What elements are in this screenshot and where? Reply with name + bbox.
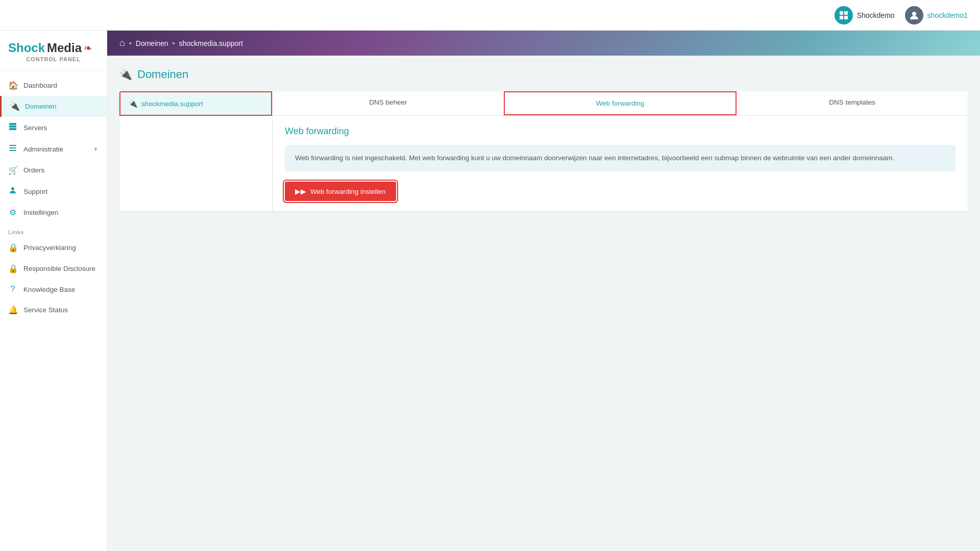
svg-rect-9 — [9, 147, 16, 148]
tab-dns-templates-label: DNS templates — [829, 98, 875, 106]
domain-list-item[interactable]: 🔌 shockmedia.support — [119, 91, 272, 116]
page-content: 🔌 Domeinen 🔌 shockmedia.support DNS b — [107, 56, 980, 551]
breadcrumb-domain: shockmedia.support — [179, 39, 243, 47]
sidebar-item-orders[interactable]: 🛒 Orders — [0, 160, 107, 181]
domain-list-panel: 🔌 shockmedia.support — [119, 91, 273, 211]
svg-point-4 — [912, 12, 916, 16]
domain-item-name: shockmedia.support — [141, 100, 203, 108]
orders-icon: 🛒 — [8, 165, 17, 175]
sidebar-item-domeinen[interactable]: 🔌 Domeinen — [0, 96, 107, 117]
svg-point-11 — [11, 187, 14, 190]
domeinen-icon: 🔌 — [10, 102, 19, 111]
sidebar-item-label: Privacyverklaring — [23, 244, 76, 252]
tab-panel: DNS beheer Web forwarding DNS templates … — [273, 91, 968, 211]
svg-rect-2 — [840, 16, 843, 19]
home-icon: 🏠 — [8, 81, 17, 90]
sidebar-item-support[interactable]: Support — [0, 181, 107, 202]
sidebar-logo: Shock Media ❧ CONTROL PANEL — [0, 31, 107, 71]
svg-rect-5 — [9, 123, 16, 125]
tab-dns-templates[interactable]: DNS templates — [737, 91, 968, 115]
tab-web-forwarding[interactable]: Web forwarding — [504, 91, 737, 115]
main-layout: Shock Media ❧ CONTROL PANEL 🏠 Dashboard … — [0, 31, 980, 551]
logo-shock: Shock — [8, 41, 45, 55]
sidebar: Shock Media ❧ CONTROL PANEL 🏠 Dashboard … — [0, 31, 107, 551]
breadcrumb-separator-2: • — [173, 39, 175, 47]
tab-content-web-forwarding: Web forwarding Web forwarding is niet in… — [273, 116, 968, 211]
sidebar-item-responsible-disclosure[interactable]: 🔒 Responsible Disclosure — [0, 258, 107, 279]
links-section-label: Links — [0, 223, 107, 237]
account-name: shockdemo1 — [927, 11, 968, 19]
svg-rect-7 — [9, 128, 16, 130]
sidebar-item-label: Orders — [23, 166, 44, 174]
sidebar-item-dashboard[interactable]: 🏠 Dashboard — [0, 75, 107, 96]
content-area: ⌂ • Domeinen • shockmedia.support 🔌 Dome… — [107, 31, 980, 551]
tabs-row: DNS beheer Web forwarding DNS templates — [273, 91, 968, 116]
instellingen-icon: ⚙ — [8, 208, 17, 217]
topbar: Shockdemo shockdemo1 — [0, 0, 980, 31]
sidebar-item-servers[interactable]: Servers — [0, 117, 107, 138]
administratie-icon — [8, 144, 17, 154]
svg-rect-6 — [9, 126, 16, 128]
btn-forwarding-label: Web forwarding instellen — [310, 188, 386, 195]
company-icon — [835, 6, 853, 24]
sidebar-item-knowledge-base[interactable]: ? Knowledge Base — [0, 279, 107, 299]
breadcrumb-home-icon[interactable]: ⌂ — [119, 38, 125, 48]
service-status-icon: 🔔 — [8, 305, 17, 315]
topbar-account[interactable]: shockdemo1 — [905, 6, 968, 24]
account-avatar-icon — [905, 6, 923, 24]
arrow-icon: ▼ — [93, 146, 99, 152]
knowledge-base-icon: ? — [8, 285, 17, 294]
page-title: Domeinen — [137, 68, 188, 81]
svg-rect-3 — [844, 16, 848, 19]
tab-dns-beheer-label: DNS beheer — [369, 98, 407, 106]
tab-dns-beheer[interactable]: DNS beheer — [273, 91, 504, 115]
topbar-company[interactable]: Shockdemo — [835, 6, 895, 24]
sidebar-item-label: Domeinen — [25, 103, 57, 110]
page-title-icon: 🔌 — [119, 68, 132, 81]
logo-icon: ❧ — [84, 42, 92, 54]
company-name: Shockdemo — [857, 11, 895, 19]
sidebar-item-label: Administratie — [23, 145, 63, 153]
sidebar-item-label: Servers — [23, 124, 47, 132]
web-forwarding-instellen-button[interactable]: ▶▶ Web forwarding instellen — [285, 182, 396, 201]
page-title-row: 🔌 Domeinen — [119, 68, 968, 81]
svg-rect-8 — [9, 145, 16, 146]
sidebar-item-service-status[interactable]: 🔔 Service Status — [0, 299, 107, 320]
web-forwarding-info-box: Web forwarding is niet ingeschakeld. Met… — [285, 145, 955, 171]
sidebar-item-privacyverklaring[interactable]: 🔒 Privacyverklaring — [0, 237, 107, 258]
svg-rect-0 — [840, 11, 843, 15]
logo-media: Media — [47, 41, 82, 55]
breadcrumb-bar: ⌂ • Domeinen • shockmedia.support — [107, 31, 980, 56]
privacy-icon: 🔒 — [8, 243, 17, 253]
sidebar-item-label: Instellingen — [23, 209, 58, 216]
sidebar-item-instellingen[interactable]: ⚙ Instellingen — [0, 202, 107, 223]
tab-web-forwarding-label: Web forwarding — [596, 99, 644, 107]
sidebar-item-label: Responsible Disclosure — [23, 265, 95, 272]
svg-rect-1 — [844, 11, 848, 15]
servers-icon — [8, 122, 17, 133]
breadcrumb-separator-1: • — [129, 39, 132, 47]
sidebar-item-label: Service Status — [23, 306, 68, 314]
topbar-user-section: Shockdemo shockdemo1 — [835, 6, 968, 24]
btn-forwarding-icon: ▶▶ — [295, 187, 306, 195]
web-forwarding-title: Web forwarding — [285, 126, 955, 137]
sidebar-item-label: Knowledge Base — [23, 286, 75, 293]
sidebar-item-label: Support — [23, 188, 47, 195]
breadcrumb-domeinen[interactable]: Domeinen — [136, 39, 168, 47]
web-forwarding-info-text: Web forwarding is niet ingeschakeld. Met… — [295, 154, 894, 162]
logo-subtitle: CONTROL PANEL — [8, 56, 99, 62]
domain-tabs-layout: 🔌 shockmedia.support DNS beheer Web forw… — [119, 91, 968, 211]
disclosure-icon: 🔒 — [8, 264, 17, 273]
support-icon — [8, 186, 17, 196]
sidebar-nav: 🏠 Dashboard 🔌 Domeinen Servers Administr… — [0, 71, 107, 551]
sidebar-item-administratie[interactable]: Administratie ▼ — [0, 138, 107, 160]
domain-item-icon: 🔌 — [129, 99, 137, 108]
svg-rect-10 — [9, 150, 16, 151]
sidebar-item-label: Dashboard — [23, 82, 57, 89]
